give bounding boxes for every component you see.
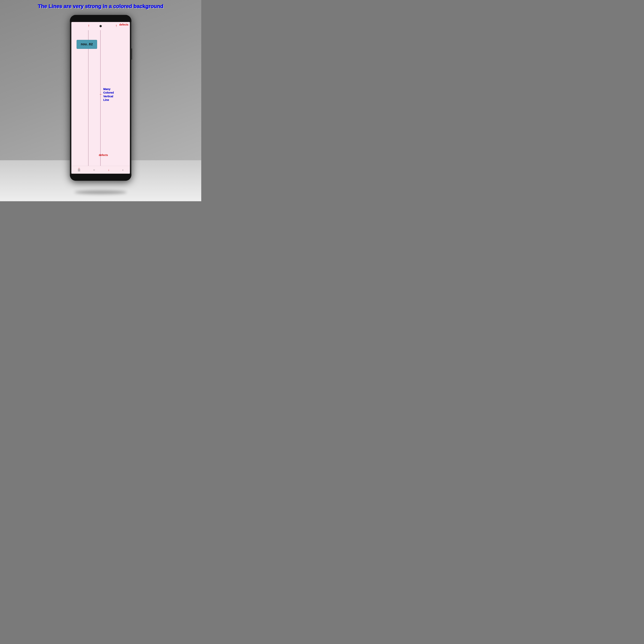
phone-shadow bbox=[75, 190, 127, 194]
arrow-top-left-icon: ↑ bbox=[88, 23, 90, 28]
nav-back[interactable]: ‹ bbox=[122, 168, 123, 172]
phone-bottom-bar bbox=[70, 174, 131, 181]
arrow-left-icon: ← bbox=[99, 92, 102, 96]
screen-content: nou.82 ← Many Colored Vertical Line defe… bbox=[71, 30, 130, 166]
annotation-line4: Line bbox=[103, 98, 114, 102]
nav-recent[interactable]: ↓ ||| bbox=[78, 168, 80, 172]
side-button bbox=[131, 48, 132, 60]
center-annotation: ← Many Colored Vertical Line bbox=[99, 87, 114, 102]
nav-down-center: ↓ bbox=[108, 168, 109, 172]
defects-label-bottom: defects bbox=[99, 154, 108, 157]
arrow-nav-recent-icon: ↓ bbox=[78, 166, 80, 169]
nav-bar: ↓ ||| ○ ↓ ‹ bbox=[71, 166, 130, 174]
arrow-top-right-icon: ↑ bbox=[115, 23, 117, 28]
defects-label-top: defects bbox=[119, 23, 128, 26]
arrow-nav-down-icon: ↓ bbox=[108, 168, 109, 171]
price-sticker: nou.82 bbox=[77, 40, 97, 49]
nav-home[interactable]: ○ bbox=[93, 168, 95, 172]
annotation-text: Many Colored Vertical Line bbox=[103, 87, 114, 102]
phone-top-bar bbox=[70, 15, 131, 22]
annotation-line2: Colored bbox=[103, 91, 114, 94]
annotation-line3: Vertical bbox=[103, 94, 114, 98]
camera-area: ↑ ↑ defects bbox=[71, 22, 130, 30]
phone-screen: ↑ ↑ defects nou.82 ← Many Colored Vertic… bbox=[71, 22, 130, 174]
sticker-label: nou.82 bbox=[81, 42, 93, 46]
page-title: The Lines are very strong in a colored b… bbox=[38, 3, 163, 9]
front-camera bbox=[100, 25, 102, 27]
annotation-line1: Many bbox=[103, 87, 114, 91]
vertical-line-1 bbox=[88, 30, 89, 166]
phone-device: ↑ ↑ defects nou.82 ← Many Colored Vertic… bbox=[70, 15, 131, 181]
defects-bottom-text: defects bbox=[99, 154, 108, 157]
